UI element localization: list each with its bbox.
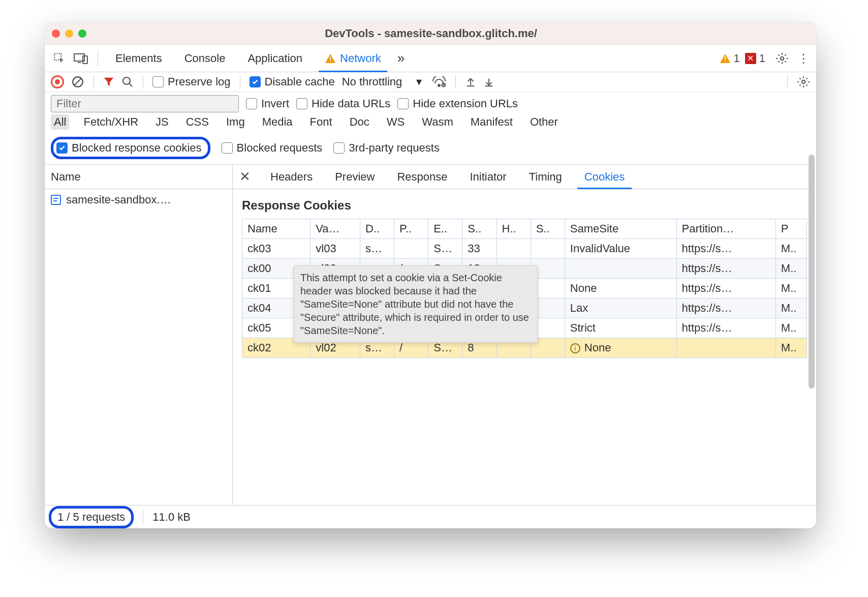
column-header[interactable]: Name bbox=[242, 219, 311, 239]
cell: https://s… bbox=[676, 259, 776, 279]
cell: iNone bbox=[565, 338, 676, 358]
errors-badge[interactable]: ✕ 1 bbox=[745, 52, 765, 65]
column-header[interactable]: S.. bbox=[531, 219, 565, 239]
column-header[interactable]: P.. bbox=[394, 219, 428, 239]
svg-rect-4 bbox=[330, 61, 331, 62]
hide-data-label: Hide data URLs bbox=[312, 97, 390, 110]
filter-input[interactable] bbox=[51, 95, 239, 112]
column-header[interactable]: E.. bbox=[428, 219, 462, 239]
divider bbox=[98, 51, 98, 66]
hide-data-urls-checkbox[interactable]: Hide data URLs bbox=[296, 97, 390, 110]
settings-icon[interactable] bbox=[773, 50, 791, 67]
cell: M.. bbox=[776, 279, 807, 298]
column-header[interactable]: H.. bbox=[497, 219, 531, 239]
column-header[interactable]: D.. bbox=[360, 219, 394, 239]
invert-checkbox[interactable]: Invert bbox=[246, 97, 289, 110]
tab-network[interactable]: Network bbox=[316, 45, 390, 72]
tab-console[interactable]: Console bbox=[175, 45, 235, 72]
resource-type-manifest[interactable]: Manifest bbox=[468, 114, 516, 130]
resource-type-font[interactable]: Font bbox=[307, 114, 335, 130]
network-toolbar: Preserve log Disable cache No throttling… bbox=[45, 72, 816, 92]
disable-cache-checkbox[interactable]: Disable cache bbox=[250, 75, 335, 88]
column-header[interactable]: Partition… bbox=[676, 219, 776, 239]
request-list-header: Name bbox=[45, 165, 232, 189]
detail-tab-preview[interactable]: Preview bbox=[326, 165, 384, 189]
filter-row: Invert Hide data URLs Hide extension URL… bbox=[45, 92, 816, 112]
column-header[interactable]: P bbox=[776, 219, 807, 239]
request-list[interactable]: samesite-sandbox.… bbox=[45, 189, 232, 505]
request-list-pane: Name samesite-sandbox.… bbox=[45, 165, 233, 505]
filter-icon[interactable] bbox=[103, 76, 114, 87]
tab-elements[interactable]: Elements bbox=[106, 45, 171, 72]
main-split: Name samesite-sandbox.… ✕ HeadersPreview… bbox=[45, 165, 816, 505]
detail-tab-cookies[interactable]: Cookies bbox=[575, 165, 634, 189]
response-cookies-heading: Response Cookies bbox=[242, 198, 807, 213]
tab-application[interactable]: Application bbox=[238, 45, 312, 72]
resource-type-media[interactable]: Media bbox=[259, 114, 296, 130]
cell: M.. bbox=[776, 338, 807, 358]
table-row[interactable]: ck03vl03s…S…33InvalidValuehttps://s…M.. bbox=[242, 239, 807, 259]
blocked-requests-checkbox[interactable]: Blocked requests bbox=[222, 141, 323, 155]
column-header[interactable]: SameSite bbox=[565, 219, 676, 239]
download-har-icon[interactable] bbox=[483, 76, 494, 88]
resource-type-js[interactable]: JS bbox=[152, 114, 172, 130]
warnings-badge[interactable]: 1 bbox=[720, 52, 740, 65]
divider bbox=[143, 510, 143, 525]
cell: Strict bbox=[565, 318, 676, 338]
resource-type-wasm[interactable]: Wasm bbox=[419, 114, 456, 130]
third-party-checkbox[interactable]: 3rd-party requests bbox=[333, 141, 440, 155]
column-header[interactable]: Va… bbox=[311, 219, 360, 239]
info-icon: i bbox=[570, 343, 580, 353]
cell bbox=[565, 259, 676, 279]
detail-tab-initiator[interactable]: Initiator bbox=[460, 165, 515, 189]
resource-type-img[interactable]: Img bbox=[223, 114, 248, 130]
network-conditions-icon[interactable] bbox=[432, 76, 446, 87]
detail-tab-response[interactable]: Response bbox=[388, 165, 456, 189]
hide-extension-urls-checkbox[interactable]: Hide extension URLs bbox=[397, 97, 518, 110]
resource-type-css[interactable]: CSS bbox=[183, 114, 212, 130]
error-icon: ✕ bbox=[745, 53, 756, 64]
throttling-value: No throttling bbox=[342, 75, 402, 88]
cell: https://s… bbox=[676, 298, 776, 318]
blocked-response-cookies-checkbox[interactable]: Blocked response cookies bbox=[56, 141, 202, 155]
cell bbox=[531, 239, 565, 259]
cookie-blocked-tooltip: This attempt to set a cookie via a Set-C… bbox=[294, 265, 538, 343]
cell: https://s… bbox=[676, 279, 776, 298]
throttling-select[interactable]: No throttling ▾ bbox=[342, 75, 425, 88]
upload-har-icon[interactable] bbox=[465, 76, 476, 88]
highlight-ring: 1 / 5 requests bbox=[49, 506, 134, 528]
detail-tab-headers[interactable]: Headers bbox=[261, 165, 322, 189]
device-toolbar-icon[interactable] bbox=[72, 50, 89, 67]
network-settings-icon[interactable] bbox=[797, 75, 810, 88]
cell: InvalidValue bbox=[565, 239, 676, 259]
resource-type-fetchxhr[interactable]: Fetch/XHR bbox=[80, 114, 141, 130]
cell: https://s… bbox=[676, 239, 776, 259]
cell: 33 bbox=[462, 239, 497, 259]
scrollbar[interactable] bbox=[809, 155, 815, 389]
warnings-count: 1 bbox=[734, 52, 740, 65]
resource-type-ws[interactable]: WS bbox=[384, 114, 408, 130]
record-button[interactable] bbox=[51, 75, 64, 88]
more-icon[interactable]: ⋮ bbox=[795, 50, 812, 67]
warning-icon bbox=[325, 53, 336, 64]
close-detail-icon[interactable]: ✕ bbox=[238, 169, 252, 185]
errors-count: 1 bbox=[759, 52, 765, 65]
search-icon[interactable] bbox=[121, 76, 134, 88]
preserve-log-checkbox[interactable]: Preserve log bbox=[152, 75, 231, 88]
cell: M.. bbox=[776, 298, 807, 318]
transferred-size: 11.0 kB bbox=[152, 511, 191, 524]
request-row[interactable]: samesite-sandbox.… bbox=[45, 189, 232, 211]
clear-icon[interactable] bbox=[71, 75, 84, 88]
cell bbox=[394, 239, 428, 259]
tabs-overflow[interactable]: » bbox=[394, 45, 408, 72]
inspect-element-icon[interactable] bbox=[51, 50, 68, 67]
resource-type-all[interactable]: All bbox=[51, 114, 69, 130]
detail-tab-timing[interactable]: Timing bbox=[520, 165, 571, 189]
column-header[interactable]: S.. bbox=[462, 219, 497, 239]
cookie-filter-row: Blocked response cookies Blocked request… bbox=[45, 134, 816, 165]
warning-icon bbox=[720, 53, 731, 64]
request-name: samesite-sandbox.… bbox=[66, 193, 171, 206]
resource-type-other[interactable]: Other bbox=[527, 114, 561, 130]
resource-type-doc[interactable]: Doc bbox=[347, 114, 373, 130]
detail-content: Response Cookies NameVa…D..P..E..S..H..S… bbox=[233, 189, 816, 505]
